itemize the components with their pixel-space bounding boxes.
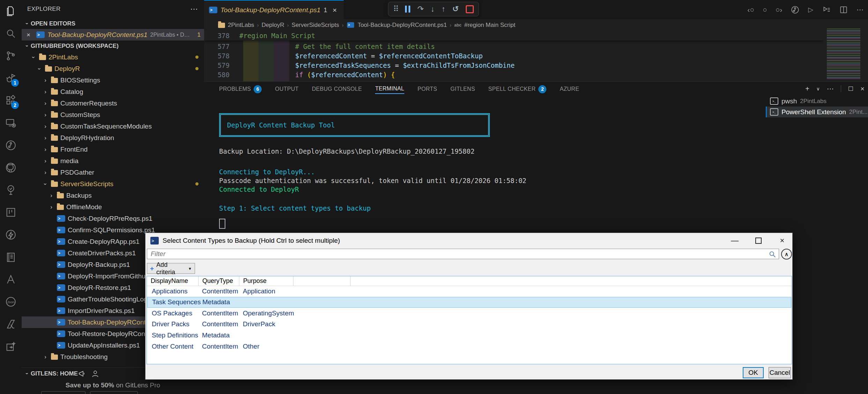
tree-item-media[interactable]: ›media [22,155,204,167]
panel-tab-ports[interactable]: PORTS [418,86,437,94]
maximize-icon[interactable] [755,238,762,244]
grid-header-displayname[interactable]: DisplayName [147,276,199,286]
breadcrumb-item[interactable]: ServerSideScripts [292,22,339,29]
more-actions-icon[interactable]: ⋯ [856,6,864,14]
panel-tab-problems[interactable]: PROBLEMS6 [219,85,262,95]
notebook-icon[interactable] [0,246,22,268]
gitlens-graph-icon[interactable] [791,5,800,14]
cancel-button[interactable]: Cancel [769,367,791,378]
testing-icon[interactable] [0,179,22,201]
json-icon[interactable]: Json [0,291,22,313]
explorer-icon[interactable] [0,0,22,22]
nav-current-icon[interactable]: ○ [763,6,767,14]
run-file-icon[interactable]: ▷ [808,6,813,14]
run-and-debug-icon[interactable]: 1 [0,67,22,89]
close-icon[interactable]: × [332,6,337,14]
close-icon[interactable]: × [27,31,33,39]
extensions-icon[interactable]: 2 [0,89,22,112]
grid-row-applications[interactable]: ApplicationsContentItemApplication [147,286,791,297]
megaphone-icon[interactable] [78,370,86,378]
maximize-panel-icon[interactable]: ☐ [848,85,853,93]
editor-code-area[interactable]: 577# Get the full content item details57… [204,31,823,81]
tree-item-deployrhydration[interactable]: ›DeployRHydration [22,132,204,144]
tree-item-deployr[interactable]: ›DeployR [22,63,204,74]
tree-item-customerrequests[interactable]: ›CustomerRequests [22,97,204,109]
project-board-icon[interactable] [0,201,22,224]
grid-row-step-definitions[interactable]: Step DefinitionsMetadata [147,330,791,341]
panel-tab-gitlens[interactable]: GITLENS [450,86,475,94]
dialog-titlebar[interactable]: > Select Content Types to Backup (Hold C… [145,233,792,248]
gitlens-icon[interactable] [0,134,22,156]
grid-header-empty[interactable] [293,276,351,286]
tree-item-check-deployrprereqs-ps1[interactable]: >Check-DeployRPreReqs.ps1 [22,213,204,224]
breadcrumb-item[interactable]: Tool-Backup-DeployRContent.ps1 [358,22,447,29]
pause-button[interactable] [405,6,410,13]
source-control-icon[interactable] [0,45,22,67]
tree-item-frontend[interactable]: ›FrontEnd [22,144,204,155]
remote-explorer-icon[interactable] [0,112,22,134]
grid-row-other-content[interactable]: Other ContentContentItemOther [147,341,791,352]
sticky-scroll-line[interactable]: 378#region Main Script [204,31,823,41]
split-editor-icon[interactable] [839,5,848,14]
tree-item-serversidescripts[interactable]: ›ServerSideScripts [22,178,204,190]
nav-back-icon[interactable]: ‹○ [747,6,754,14]
breadcrumb-item[interactable]: DeployR [262,22,284,29]
drag-handle-icon[interactable]: ⠿ [393,5,398,13]
terminal-instance-powershell-extension[interactable]: >_PowerShell Extension2Pint... [766,107,868,117]
step-over-button[interactable]: ↷ [417,5,424,13]
panel-tab-debug-console[interactable]: DEBUG CONSOLE [312,86,362,94]
grid-row-os-packages[interactable]: OS PackagesContentItemOperatingSystem [147,308,791,319]
views-actions-icon[interactable]: ⋯ [190,5,199,14]
tree-item-customsteps[interactable]: ›CustomSteps [22,109,204,121]
tree-item-2pintlabs[interactable]: ›2PintLabs [22,51,204,63]
promo-button-2[interactable] [90,391,138,394]
breadcrumb-item[interactable]: 2PintLabs [228,22,254,29]
terminal-instance-pwsh[interactable]: >_pwsh2PintLabs [766,96,868,107]
new-terminal-icon[interactable]: + [805,85,809,93]
grid-header-querytype[interactable]: QueryType [199,276,239,286]
promo-button[interactable] [41,391,85,394]
step-into-button[interactable]: ↓ [431,5,435,13]
close-icon[interactable]: × [777,236,787,245]
open-editor-item[interactable]: × > Tool-Backup-DeployRContent.ps1 2Pint… [22,29,204,41]
more-actions-icon[interactable]: ⋯ [827,85,834,93]
terminal-dropdown-icon[interactable]: ∨ [816,86,820,92]
panel-tab-terminal[interactable]: TERMINAL [375,86,404,94]
account-icon[interactable] [91,370,99,378]
grid-row-driver-packs[interactable]: Driver PacksContentItemDriverPack [147,319,791,330]
close-panel-icon[interactable]: × [860,85,865,93]
tree-item-backups[interactable]: ›Backups [22,190,204,201]
tree-item-customtasksequencemodules[interactable]: ›CustomTaskSequenceModules [22,121,204,132]
panel-tab-output[interactable]: OUTPUT [275,86,299,94]
panel-tab-spell-checker[interactable]: SPELL CHECKER2 [488,85,547,95]
tab-active-file[interactable]: > Tool-Backup-DeployRContent.ps1 1 × [204,0,344,19]
ok-button[interactable]: OK [743,367,764,378]
minimap[interactable] [823,21,865,81]
minimize-icon[interactable]: — [729,236,740,245]
filter-input[interactable] [147,249,779,259]
collapse-filter-button[interactable]: ∧ [781,249,792,260]
tree-item-offlinemode[interactable]: ›OfflineMode [22,201,204,213]
search-icon[interactable] [0,22,22,45]
grid-header-purpose[interactable]: Purpose [239,276,293,286]
restart-button[interactable]: ↺ [452,5,459,13]
workspace-section[interactable]: › GITHUBREPOS (WORKSPACE) [22,41,204,51]
azure-icon[interactable] [0,313,22,335]
tree-item-catalog[interactable]: ›Catalog [22,86,204,97]
open-editors-section[interactable]: › OPEN EDITORS [22,18,204,29]
code-text: #region Main Script [239,32,315,39]
grid-row-task-sequences[interactable]: Task SequencesMetadata [147,297,791,308]
gitlens-launchpad-icon[interactable] [0,335,22,358]
nav-forward-icon[interactable]: ○› [776,6,783,14]
step-out-button[interactable]: ↑ [442,5,446,13]
tree-item-biossettings[interactable]: ›BIOSSettings [22,74,204,86]
tree-item-psdgather[interactable]: ›PSDGather [22,167,204,178]
run-and-debug-icon[interactable] [822,5,831,14]
github-icon[interactable] [0,156,22,179]
stop-button[interactable] [466,5,474,13]
powershell-tools-icon[interactable] [0,268,22,291]
panel-tab-azure[interactable]: AZURE [560,86,579,94]
breadcrumb-item[interactable]: #region Main Script [464,22,515,29]
add-criteria-button[interactable]: + Add criteria ▼ [147,263,195,274]
thunder-client-icon[interactable] [0,224,22,246]
